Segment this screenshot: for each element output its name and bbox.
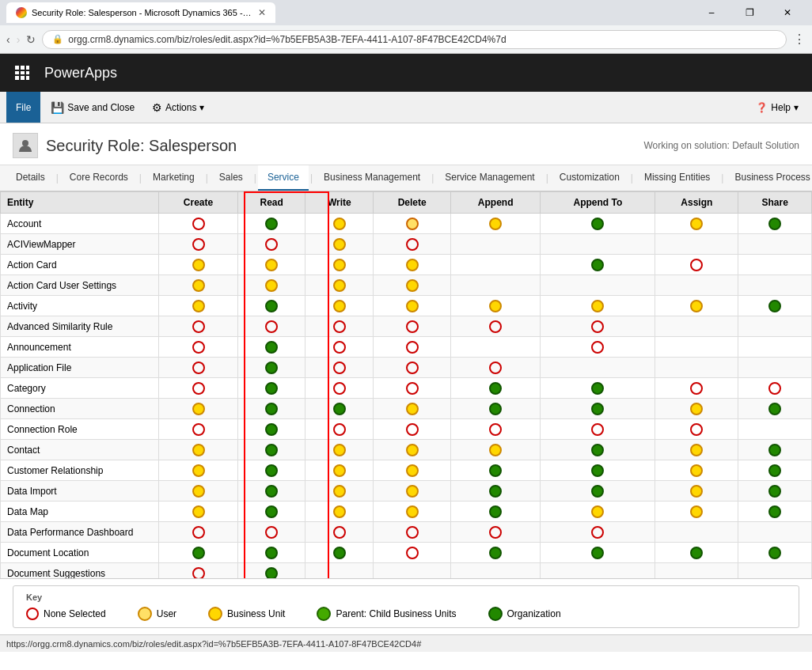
- permission-cell-write[interactable]: [305, 275, 374, 296]
- permission-cell-share[interactable]: [738, 502, 812, 522]
- permission-circle[interactable]: [192, 505, 205, 518]
- permission-circle[interactable]: [768, 485, 781, 498]
- permission-cell-create[interactable]: [159, 460, 238, 481]
- permission-circle[interactable]: [192, 423, 205, 436]
- permission-circle[interactable]: [333, 361, 346, 374]
- permission-circle[interactable]: [333, 341, 346, 354]
- tab-core-records[interactable]: Core Records: [60, 165, 138, 191]
- tab-business-mgmt[interactable]: Business Management: [314, 165, 430, 191]
- permission-cell-append_to[interactable]: [541, 543, 655, 563]
- permission-circle[interactable]: [333, 505, 346, 518]
- permission-circle[interactable]: [333, 320, 346, 333]
- permission-cell-write[interactable]: [305, 358, 374, 378]
- permission-cell-create[interactable]: [159, 337, 238, 358]
- tab-missing-entities[interactable]: Missing Entities: [635, 165, 719, 191]
- permission-cell-assign[interactable]: [655, 543, 738, 563]
- permission-cell-create[interactable]: [159, 419, 238, 440]
- permission-circle[interactable]: [333, 526, 346, 539]
- permission-cell-write[interactable]: [305, 419, 374, 440]
- permission-circle[interactable]: [406, 341, 419, 354]
- permission-cell-read[interactable]: [238, 378, 305, 399]
- permission-circle[interactable]: [192, 567, 205, 580]
- maximize-button[interactable]: ❐: [731, 0, 768, 25]
- permission-circle[interactable]: [768, 300, 781, 312]
- permission-cell-read[interactable]: [238, 214, 305, 234]
- permission-cell-append_to[interactable]: [541, 481, 655, 502]
- permission-circle[interactable]: [489, 218, 502, 230]
- permission-circle[interactable]: [406, 423, 419, 436]
- permission-circle[interactable]: [406, 279, 419, 292]
- permission-cell-read[interactable]: [238, 543, 305, 563]
- permission-cell-append_to[interactable]: [541, 563, 655, 580]
- permission-circle[interactable]: [265, 526, 278, 539]
- permission-cell-append[interactable]: [450, 399, 540, 419]
- permission-cell-delete[interactable]: [374, 234, 451, 255]
- permission-cell-delete[interactable]: [374, 378, 451, 399]
- extensions-button[interactable]: ⋮: [793, 32, 806, 47]
- permission-cell-append_to[interactable]: [541, 358, 655, 378]
- permission-cell-share[interactable]: [738, 275, 812, 296]
- permission-cell-write[interactable]: [305, 543, 374, 563]
- permission-circle[interactable]: [591, 526, 604, 539]
- permission-cell-delete[interactable]: [374, 358, 451, 378]
- permission-circle[interactable]: [192, 238, 205, 251]
- permission-circle[interactable]: [591, 218, 604, 230]
- permission-cell-assign[interactable]: [655, 399, 738, 419]
- permission-cell-create[interactable]: [159, 399, 238, 419]
- permission-circle[interactable]: [768, 547, 781, 559]
- permission-cell-share[interactable]: [738, 440, 812, 460]
- permission-cell-append_to[interactable]: [541, 255, 655, 275]
- permission-circle[interactable]: [489, 464, 502, 477]
- permission-circle[interactable]: [406, 238, 419, 251]
- permission-cell-delete[interactable]: [374, 522, 451, 543]
- permission-cell-assign[interactable]: [655, 214, 738, 234]
- permission-cell-append[interactable]: [450, 296, 540, 316]
- permission-circle[interactable]: [333, 300, 346, 312]
- permission-cell-delete[interactable]: [374, 214, 451, 234]
- permission-circle[interactable]: [192, 259, 205, 271]
- permission-cell-create[interactable]: [159, 296, 238, 316]
- permission-cell-append[interactable]: [450, 440, 540, 460]
- permission-cell-write[interactable]: [305, 440, 374, 460]
- permission-cell-assign[interactable]: [655, 460, 738, 481]
- permission-cell-share[interactable]: [738, 481, 812, 502]
- permission-circle[interactable]: [192, 464, 205, 477]
- permission-cell-append[interactable]: [450, 255, 540, 275]
- permission-circle[interactable]: [690, 259, 703, 271]
- tab-details[interactable]: Details: [6, 165, 55, 191]
- permission-cell-append[interactable]: [450, 358, 540, 378]
- permission-cell-append_to[interactable]: [541, 378, 655, 399]
- permission-cell-read[interactable]: [238, 419, 305, 440]
- permission-circle[interactable]: [265, 567, 278, 580]
- permission-circle[interactable]: [690, 547, 703, 559]
- permission-cell-write[interactable]: [305, 255, 374, 275]
- permission-circle[interactable]: [192, 320, 205, 333]
- permission-cell-append[interactable]: [450, 275, 540, 296]
- permission-circle[interactable]: [768, 403, 781, 415]
- permission-cell-share[interactable]: [738, 214, 812, 234]
- permission-circle[interactable]: [333, 444, 346, 456]
- tab-close-button[interactable]: ✕: [258, 7, 266, 18]
- permission-circle[interactable]: [591, 423, 604, 436]
- refresh-button[interactable]: ↻: [26, 33, 36, 46]
- tab-service[interactable]: Service: [258, 165, 309, 191]
- permission-cell-read[interactable]: [238, 563, 305, 580]
- permission-cell-delete[interactable]: [374, 255, 451, 275]
- file-button[interactable]: File: [6, 92, 40, 123]
- permission-cell-read[interactable]: [238, 255, 305, 275]
- permission-circle[interactable]: [690, 382, 703, 395]
- permission-cell-read[interactable]: [238, 481, 305, 502]
- permission-cell-delete[interactable]: [374, 275, 451, 296]
- permission-circle[interactable]: [265, 320, 278, 333]
- permission-circle[interactable]: [591, 341, 604, 354]
- permission-cell-create[interactable]: [159, 316, 238, 337]
- permission-cell-share[interactable]: [738, 460, 812, 481]
- permission-cell-share[interactable]: [738, 296, 812, 316]
- permission-cell-create[interactable]: [159, 563, 238, 580]
- permission-circle[interactable]: [406, 218, 419, 230]
- permission-cell-append[interactable]: [450, 378, 540, 399]
- permission-circle[interactable]: [489, 423, 502, 436]
- permission-cell-assign[interactable]: [655, 378, 738, 399]
- minimize-button[interactable]: –: [693, 0, 730, 25]
- permission-circle[interactable]: [265, 218, 278, 230]
